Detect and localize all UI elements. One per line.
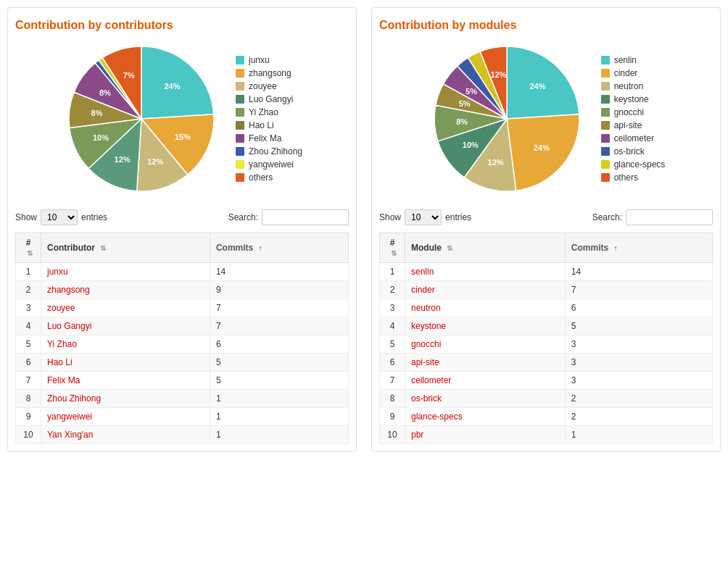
- name-cell[interactable]: yangweiwei: [41, 408, 210, 426]
- table-row: 1 junxu 14: [16, 263, 349, 281]
- legend-item: Luo Gangyi: [236, 94, 302, 104]
- legend-item: cinder: [601, 68, 666, 78]
- legend-item: Yi Zhao: [236, 107, 302, 117]
- rank-cell: 8: [380, 390, 405, 408]
- svg-text:8%: 8%: [456, 117, 468, 126]
- col-commits[interactable]: Commits ↑: [210, 233, 348, 263]
- contributors-pie: 24%15%12%12%10%8%8%7%: [62, 39, 221, 199]
- rank-cell: 10: [16, 426, 41, 444]
- name-cell[interactable]: neutron: [405, 299, 566, 317]
- commits-cell: 3: [565, 354, 712, 372]
- commits-cell: 2: [565, 390, 712, 408]
- svg-text:10%: 10%: [93, 133, 109, 142]
- rank-cell: 5: [380, 335, 405, 354]
- legend-label: Yi Zhao: [249, 107, 278, 117]
- modules-show-select[interactable]: 102550100: [405, 209, 442, 225]
- svg-text:10%: 10%: [462, 141, 478, 149]
- legend-label: neutron: [614, 81, 644, 91]
- contributors-search-input[interactable]: [262, 209, 349, 225]
- commits-cell: 3: [565, 335, 712, 354]
- commits-cell: 3: [565, 372, 712, 390]
- name-cell[interactable]: os-brick: [405, 390, 566, 408]
- name-cell[interactable]: ceilometer: [405, 372, 566, 390]
- commits-cell: 5: [210, 372, 348, 390]
- rank-cell: 10: [380, 426, 405, 444]
- name-cell[interactable]: Luo Gangyi: [41, 317, 210, 335]
- name-cell[interactable]: Yi Zhao: [41, 335, 210, 354]
- table-row: 3 neutron 6: [380, 299, 713, 317]
- contributors-legend: junxuzhangsongzouyeeLuo GangyiYi ZhaoHao…: [236, 55, 302, 183]
- commits-cell: 1: [210, 390, 348, 408]
- commits-cell: 14: [565, 263, 712, 281]
- table-row: 6 api-site 3: [380, 354, 713, 372]
- col-rank-r[interactable]: # ⇅: [380, 233, 405, 263]
- name-cell[interactable]: keystone: [405, 317, 566, 335]
- rank-cell: 4: [380, 317, 405, 335]
- name-cell[interactable]: cinder: [405, 281, 566, 299]
- rank-cell: 9: [16, 408, 41, 426]
- table-row: 8 os-brick 2: [380, 390, 713, 408]
- legend-item: zouyee: [236, 81, 302, 91]
- legend-item: ceilometer: [601, 133, 666, 143]
- legend-label: Hao Li: [249, 120, 274, 130]
- modules-title: Contribution by modules: [379, 19, 713, 32]
- col-contributor[interactable]: Contributor ⇅: [41, 233, 210, 263]
- legend-label: others: [614, 172, 638, 183]
- rank-cell: 7: [16, 372, 41, 390]
- legend-item: zhangsong: [236, 68, 302, 78]
- svg-text:24%: 24%: [529, 82, 545, 91]
- legend-label: junxu: [249, 55, 270, 65]
- table-row: 6 Hao Li 5: [16, 354, 349, 372]
- contributors-title: Contribution by contributors: [15, 19, 349, 32]
- svg-text:7%: 7%: [123, 71, 135, 80]
- legend-label: yangweiwei: [249, 159, 294, 170]
- name-cell[interactable]: api-site: [405, 354, 566, 372]
- name-cell[interactable]: zhangsong: [41, 281, 210, 299]
- table-row: 5 gnocchi 3: [380, 335, 713, 354]
- modules-search-input[interactable]: [626, 209, 713, 225]
- table-row: 8 Zhou Zhihong 1: [16, 390, 349, 408]
- table-row: 10 pbr 1: [380, 426, 713, 444]
- commits-cell: 6: [565, 299, 712, 317]
- contributors-search-box: Search:: [228, 209, 349, 225]
- legend-label: senlin: [614, 55, 637, 65]
- name-cell[interactable]: Felix Ma: [41, 372, 210, 390]
- legend-label: zouyee: [249, 81, 277, 91]
- svg-text:12%: 12%: [115, 155, 131, 164]
- name-cell[interactable]: senlin: [405, 263, 566, 281]
- col-commits-r[interactable]: Commits ↑: [565, 233, 712, 263]
- legend-item: others: [236, 172, 302, 183]
- legend-label: Luo Gangyi: [249, 94, 293, 104]
- svg-text:8%: 8%: [91, 109, 103, 117]
- name-cell[interactable]: junxu: [41, 263, 210, 281]
- rank-cell: 2: [380, 281, 405, 299]
- legend-item: Felix Ma: [236, 133, 302, 143]
- table-row: 3 zouyee 7: [16, 299, 349, 317]
- table-row: 1 senlin 14: [380, 263, 713, 281]
- modules-legend: senlincinderneutronkeystonegnocchiapi-si…: [601, 55, 666, 183]
- table-row: 4 Luo Gangyi 7: [16, 317, 349, 335]
- name-cell[interactable]: Zhou Zhihong: [41, 390, 210, 408]
- svg-text:12%: 12%: [147, 157, 163, 166]
- name-cell[interactable]: pbr: [405, 426, 566, 444]
- search-label-r: Search:: [592, 212, 622, 222]
- name-cell[interactable]: zouyee: [41, 299, 210, 317]
- commits-cell: 2: [565, 408, 712, 426]
- contributors-table: # ⇅ Contributor ⇅ Commits ↑ 1 junxu 14 2…: [15, 233, 349, 444]
- table-row: 2 cinder 7: [380, 281, 713, 299]
- contributors-chart-area: 24%15%12%12%10%8%8%7% junxuzhangsongzouy…: [15, 39, 349, 199]
- commits-cell: 1: [210, 426, 348, 444]
- table-row: 2 zhangsong 9: [16, 281, 349, 299]
- name-cell[interactable]: glance-specs: [405, 408, 566, 426]
- modules-controls: Show 102550100 entries Search:: [379, 209, 713, 225]
- search-label: Search:: [228, 212, 258, 222]
- col-module[interactable]: Module ⇅: [405, 233, 566, 263]
- contributors-show-select[interactable]: 102550100: [41, 209, 78, 225]
- col-rank[interactable]: # ⇅: [16, 233, 41, 263]
- name-cell[interactable]: Hao Li: [41, 354, 210, 372]
- legend-label: os-brick: [614, 146, 645, 156]
- legend-item: os-brick: [601, 146, 666, 156]
- name-cell[interactable]: gnocchi: [405, 335, 566, 354]
- name-cell[interactable]: Yan Xing'an: [41, 426, 210, 444]
- rank-cell: 1: [16, 263, 41, 281]
